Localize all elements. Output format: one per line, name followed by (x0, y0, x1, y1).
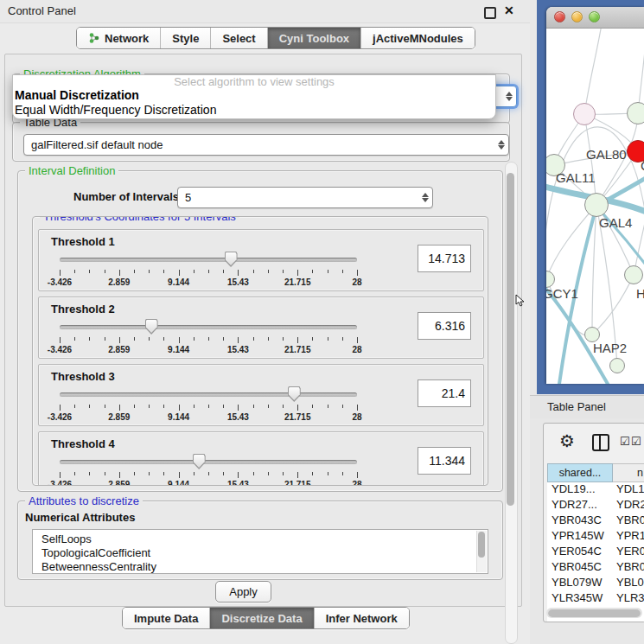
table-panel: ⚙ ☑ ☑ shared... n YDL19...YDL1YDR27...YD… (543, 423, 644, 622)
checkbox-icon[interactable]: ☑ (631, 435, 641, 448)
tab-select[interactable]: Select (211, 28, 267, 48)
cell-name[interactable]: YBR0 (613, 560, 644, 576)
algorithm-option-0[interactable]: Manual Discretization (13, 88, 495, 103)
table-data-combo-value: galFiltered.sif default node (31, 138, 163, 151)
network-canvas[interactable]: GAL80GCGAL11GAL4GCY1HHAP2 (546, 29, 644, 384)
cell-shared-name[interactable]: YLR345W (547, 591, 613, 607)
slider-track[interactable] (60, 392, 357, 397)
combo-stepper-icon[interactable] (494, 135, 508, 155)
network-node-h[interactable] (624, 265, 643, 284)
table-row[interactable]: YBR045CYBR0 (547, 560, 644, 576)
node-table: shared... n YDL19...YDL1YDR27...YDR2YBR0… (547, 463, 644, 622)
combo-stepper-icon[interactable] (418, 188, 432, 207)
cell-name[interactable]: YDL1 (613, 482, 644, 498)
interval-definition-group: Interval Definition Number of Intervals … (17, 170, 503, 492)
node-label: HAP2 (593, 341, 627, 355)
node-label: GAL11 (556, 170, 596, 185)
attribute-item[interactable]: BetweennessCentrality (33, 560, 488, 574)
cell-shared-name[interactable]: YBL079W (547, 576, 613, 591)
table-row[interactable]: YBL079WYBL0 (547, 576, 644, 591)
slider-track[interactable] (60, 258, 357, 262)
tab-discretize-data[interactable]: Discretize Data (210, 608, 314, 628)
cell-shared-name[interactable]: YBR045C (547, 560, 613, 576)
tab-jactivemnodules[interactable]: jActiveMNodules (361, 28, 475, 48)
node-label: GAL4 (599, 215, 632, 230)
right-region: GAL80GCGAL11GAL4GCY1HHAP2 Table Panel ⚙ … (530, 0, 644, 644)
threshold-value-field[interactable]: 11.344 (418, 447, 471, 475)
slider-thumb[interactable] (145, 319, 158, 335)
table-row[interactable]: YLR345WYLR3 (547, 591, 644, 607)
threshold-value-field[interactable]: 21.4 (418, 379, 471, 407)
list-scrollbar[interactable] (476, 531, 487, 572)
numerical-attributes-list[interactable]: SelfLoopsTopologicalCoefficientBetweenne… (32, 529, 488, 574)
apply-button[interactable]: Apply (215, 581, 271, 603)
table-panel-title: Table Panel (547, 400, 606, 413)
threshold-slider[interactable]: -3.4262.8599.14415.4321.71528 (60, 386, 357, 420)
cell-name[interactable]: YDR2 (613, 498, 644, 513)
tab-network[interactable]: Network (77, 28, 161, 48)
column-header-shared-name[interactable]: shared... (547, 463, 613, 482)
table-row[interactable]: YBR043CYBR0 (547, 513, 644, 529)
close-icon[interactable]: ✕ (504, 3, 514, 17)
threshold-slider[interactable]: -3.4262.8599.14415.4321.71528 (60, 453, 357, 486)
tab-style[interactable]: Style (161, 28, 211, 48)
gear-icon[interactable]: ⚙ (559, 430, 575, 451)
table-row[interactable]: YDL19...YDL1 (547, 482, 644, 498)
cell-shared-name[interactable]: YDR27... (547, 498, 613, 513)
attribute-item[interactable]: SelfLoops (33, 532, 488, 546)
table-row[interactable]: YDR27...YDR2 (547, 498, 644, 513)
algorithm-option-1[interactable]: Equal Width/Frequency Discretization (13, 103, 495, 118)
cell-name[interactable]: YBR0 (613, 513, 644, 529)
column-header-name[interactable]: n (613, 463, 644, 482)
slider-ticks (60, 270, 357, 276)
tab-impute-data[interactable]: Impute Data (123, 608, 210, 628)
cell-shared-name[interactable]: YER054C (547, 545, 613, 560)
slider-ticks (60, 472, 357, 478)
slider-track[interactable] (60, 325, 357, 329)
cell-name[interactable]: YLR3 (613, 591, 644, 607)
slider-thumb[interactable] (193, 454, 206, 469)
close-traffic-light[interactable] (554, 11, 565, 22)
tab-cyni-toolbox[interactable]: Cyni Toolbox (268, 28, 361, 48)
minimize-traffic-light[interactable] (571, 11, 583, 22)
table-row[interactable]: YPR145WYPR1 (547, 529, 644, 545)
threshold-slider[interactable]: -3.4262.8599.14415.4321.71528 (60, 318, 357, 353)
cell-name[interactable]: YER0 (613, 545, 644, 560)
slider-thumb[interactable] (288, 386, 301, 402)
combo-stepper-icon[interactable] (502, 86, 516, 106)
checkbox-icon[interactable]: ☑ (620, 435, 630, 448)
tab-infer-network[interactable]: Infer Network (315, 608, 409, 628)
slider-thumb[interactable] (225, 252, 238, 267)
network-node-gal80[interactable] (573, 103, 596, 125)
cell-name[interactable]: YBL0 (613, 576, 644, 591)
cell-name[interactable]: YPR1 (613, 529, 644, 545)
slider-tick-labels: -3.4262.8599.14415.4321.71528 (60, 480, 357, 486)
network-node-gal4[interactable] (584, 193, 609, 217)
threshold-value-field[interactable]: 6.316 (418, 312, 471, 340)
threshold-value-field[interactable]: 14.713 (418, 245, 471, 272)
split-columns-icon[interactable] (592, 434, 609, 451)
node-label: H (636, 286, 644, 301)
num-intervals-combo[interactable]: 5 (177, 187, 433, 208)
node-label: GCY1 (546, 286, 578, 301)
table-header-row: shared... n (547, 463, 644, 482)
threshold-slider[interactable]: -3.4262.8599.14415.4321.71528 (60, 251, 357, 285)
slider-track[interactable] (60, 460, 357, 464)
cell-shared-name[interactable]: YDL19... (547, 482, 613, 498)
table-data-combo[interactable]: galFiltered.sif default node (23, 134, 509, 156)
zoom-traffic-light[interactable] (589, 11, 600, 22)
network-view-frame: GAL80GCGAL11GAL4GCY1HHAP2 (537, 0, 644, 394)
network-node[interactable] (609, 358, 625, 373)
num-intervals-value: 5 (185, 191, 191, 204)
table-row[interactable]: YER054CYER0 (547, 545, 644, 560)
threshold-label: Threshold 3 (51, 370, 115, 383)
network-node-g[interactable] (627, 102, 644, 124)
settings-vertical-scrollbar[interactable] (505, 162, 518, 644)
float-window-icon[interactable] (484, 7, 496, 19)
cell-shared-name[interactable]: YBR043C (547, 513, 613, 529)
cell-shared-name[interactable]: YPR145W (547, 529, 613, 545)
attribute-item[interactable]: TopologicalCoefficient (33, 546, 488, 560)
table-horizontal-scrollbar[interactable] (546, 608, 642, 618)
thresholds-group: Threshold's Coordinates for 5 Intervals … (32, 216, 488, 486)
slider-tick-labels: -3.4262.8599.14415.4321.71528 (60, 345, 357, 355)
